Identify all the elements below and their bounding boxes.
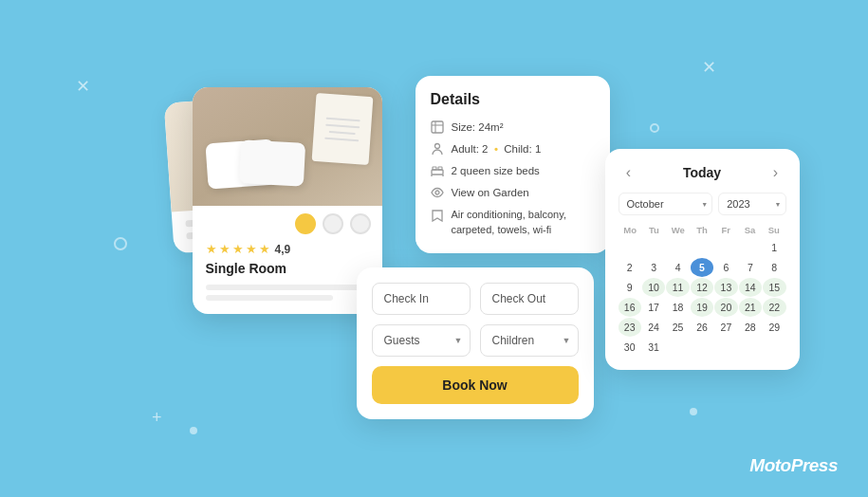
star-2: ★ — [219, 242, 231, 256]
cal-day-25[interactable]: 25 — [666, 318, 689, 337]
cal-day-17[interactable]: 17 — [642, 298, 665, 317]
hotel-name: Single Room — [206, 261, 369, 276]
hotel-card-image — [193, 87, 382, 206]
weekday-we: We — [666, 225, 690, 235]
cal-day-11[interactable]: 11 — [666, 278, 689, 297]
cal-day-4[interactable]: 4 — [666, 258, 689, 277]
guests-select-wrapper: Guests 1 Guest 2 Guests 3 Guests ▼ — [372, 324, 471, 357]
bed-icon — [431, 164, 444, 177]
star-5-half: ★ — [259, 242, 270, 256]
motopress-logo: MotoPress — [749, 455, 838, 476]
cal-day-24[interactable]: 24 — [642, 318, 665, 337]
cal-day-21[interactable]: 21 — [739, 298, 762, 317]
cal-day-14[interactable]: 14 — [739, 278, 762, 297]
check-in-input[interactable]: Check In — [372, 283, 471, 315]
detail-occupancy-text: Adult: 2 • Child: 1 — [452, 143, 542, 155]
calendar-title: Today — [683, 165, 721, 180]
cal-day-13[interactable]: 13 — [714, 278, 737, 297]
weekday-su: Su — [762, 225, 785, 235]
cal-day-22[interactable]: 22 — [763, 298, 785, 317]
eye-icon — [431, 186, 444, 199]
cal-day-18[interactable]: 18 — [666, 298, 689, 317]
cal-day-3[interactable]: 3 — [642, 258, 665, 277]
detail-beds-text: 2 queen size beds — [452, 165, 540, 176]
calendar-selects: October November December ▼ 2023 2024 ▼ — [619, 193, 786, 215]
cal-day-5[interactable]: 5 — [691, 258, 713, 277]
detail-view-text: View on Garden — [452, 187, 529, 198]
cal-day-2[interactable]: 2 — [619, 258, 641, 277]
checkin-checkout-row: Check In Check Out — [372, 283, 579, 315]
star-1: ★ — [206, 242, 217, 256]
calendar-card: ‹ Today › October November December ▼ 20… — [605, 149, 800, 370]
cal-day-27[interactable]: 27 — [714, 318, 737, 337]
month-select-wrapper: October November December ▼ — [619, 193, 713, 215]
year-select-wrapper: 2023 2024 ▼ — [718, 193, 785, 215]
rating-value: 4,9 — [275, 243, 291, 256]
svg-rect-6 — [438, 167, 442, 170]
weekday-mo: Mo — [619, 225, 642, 235]
svg-point-3 — [434, 144, 439, 149]
cal-day-26[interactable]: 26 — [691, 318, 713, 337]
detail-size-text: Size: 24m² — [452, 121, 504, 133]
cal-day-28[interactable]: 28 — [739, 318, 762, 337]
children-select[interactable]: Children 0 Children 1 Child 2 Children — [480, 324, 579, 357]
text-line-2 — [206, 295, 333, 301]
year-select[interactable]: 2023 2024 — [718, 193, 785, 215]
weekday-th: Th — [690, 225, 713, 235]
cal-day-12[interactable]: 12 — [691, 278, 713, 297]
weekday-tu: Tu — [642, 225, 666, 235]
weekday-sa: Sa — [738, 225, 762, 235]
cal-day-19[interactable]: 19 — [691, 298, 713, 317]
calendar-next-button[interactable]: › — [765, 162, 785, 183]
month-select[interactable]: October November December — [619, 193, 713, 215]
cal-day-8[interactable]: 8 — [763, 258, 785, 277]
detail-size: Size: 24m² — [431, 120, 595, 134]
guests-select[interactable]: Guests 1 Guest 2 Guests 3 Guests — [372, 324, 471, 357]
pillow-2 — [238, 139, 305, 186]
carousel-dot-2[interactable] — [323, 213, 343, 234]
weekday-fr: Fr — [714, 225, 738, 235]
svg-point-9 — [435, 191, 439, 194]
cal-day-1[interactable]: 1 — [763, 238, 785, 257]
guests-children-row: Guests 1 Guest 2 Guests 3 Guests ▼ Child… — [372, 324, 579, 357]
star-4: ★ — [246, 242, 257, 256]
booking-form: Check In Check Out Guests 1 Guest 2 Gues… — [357, 267, 594, 419]
cal-day-9[interactable]: 9 — [619, 278, 641, 297]
detail-view: View on Garden — [431, 186, 595, 199]
detail-occupancy: Adult: 2 • Child: 1 — [431, 142, 595, 156]
note-card — [311, 93, 373, 165]
cal-day-6[interactable]: 6 — [714, 258, 737, 277]
hotel-card-body: ★ ★ ★ ★ ★ 4,9 Single Room — [193, 238, 382, 314]
details-card: Details Size: 24m² Adult: 2 • Child: 1 — [416, 76, 610, 253]
cal-day-23[interactable]: 23 — [619, 318, 641, 337]
carousel-dot-3[interactable] — [350, 213, 371, 234]
person-icon — [431, 142, 444, 156]
calendar-weekdays: Mo Tu We Th Fr Sa Su — [619, 225, 786, 235]
svg-rect-0 — [432, 121, 443, 133]
cal-day-30[interactable]: 30 — [619, 338, 641, 357]
cal-day-15[interactable]: 15 — [763, 278, 785, 297]
cal-day-16[interactable]: 16 — [619, 298, 641, 317]
cal-day-31[interactable]: 31 — [642, 338, 665, 357]
carousel-controls — [193, 206, 382, 238]
cal-day-20[interactable]: 20 — [714, 298, 737, 317]
svg-rect-4 — [432, 170, 443, 175]
cal-day-29[interactable]: 29 — [763, 318, 785, 337]
stars-row: ★ ★ ★ ★ ★ 4,9 — [206, 242, 369, 256]
details-title: Details — [431, 91, 595, 108]
calendar-header: ‹ Today › — [619, 162, 786, 183]
text-lines — [206, 285, 369, 301]
children-select-wrapper: Children 0 Children 1 Child 2 Children ▼ — [480, 324, 579, 357]
star-3: ★ — [232, 242, 244, 256]
cal-day-10[interactable]: 10 — [642, 278, 665, 297]
calendar-prev-button[interactable]: ‹ — [619, 162, 639, 183]
text-line-1 — [206, 285, 369, 290]
scene: ★ ★ ★ ★ ★ 4,9 Single Room Details Size — [46, 59, 823, 438]
resize-icon — [431, 120, 444, 134]
book-now-button[interactable]: Book Now — [372, 366, 579, 404]
check-out-input[interactable]: Check Out — [480, 283, 579, 315]
detail-beds: 2 queen size beds — [431, 164, 595, 177]
cal-day-7[interactable]: 7 — [739, 258, 762, 277]
carousel-dot-active[interactable] — [295, 213, 316, 234]
detail-amenities: Air conditioning, balcony, carpeted, tow… — [431, 208, 595, 238]
